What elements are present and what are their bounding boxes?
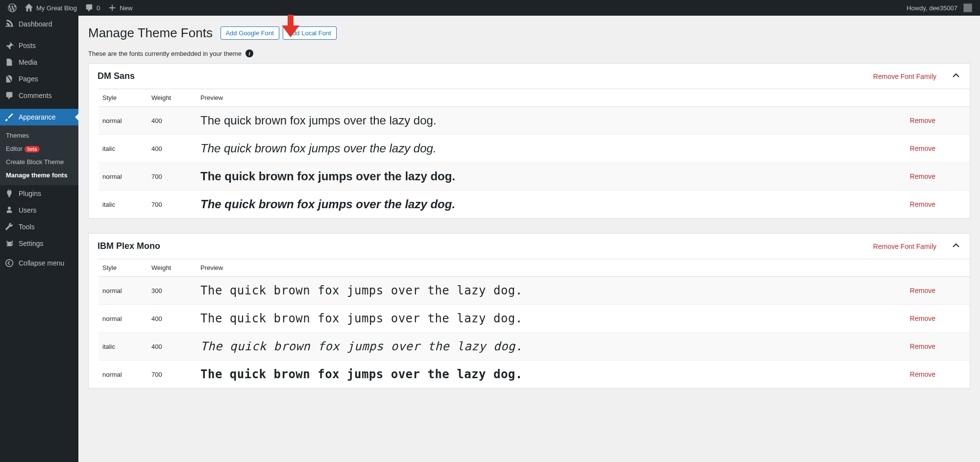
dashboard-icon [5,20,14,28]
wordpress-icon [8,3,17,12]
variant-row: normal 700 The quick brown fox jumps ove… [98,163,970,191]
variant-row: normal 300 The quick brown fox jumps ove… [98,277,970,305]
site-name: My Great Blog [36,4,77,12]
admin-bar: My Great Blog 0 New Howdy, dee35007 [0,0,980,16]
media-icon [5,58,14,67]
admin-sidebar: Dashboard Posts Media Pages Comments App… [0,16,78,462]
remove-variant-link[interactable]: Remove [910,172,935,180]
page-description: These are the fonts currently embedded i… [88,50,242,57]
submenu-create-block-theme[interactable]: Create Block Theme [0,155,78,169]
svg-point-0 [6,260,13,267]
submenu-manage-fonts[interactable]: Manage theme fonts [0,169,78,182]
variant-weight: 400 [147,107,196,135]
font-family-name: DM Sans [98,71,135,81]
remove-variant-link[interactable]: Remove [910,200,935,208]
variant-row: italic 400 The quick brown fox jumps ove… [98,333,970,361]
remove-variant-link[interactable]: Remove [910,287,935,294]
howdy-link[interactable]: Howdy, dee35007 [903,0,976,16]
pages-icon [5,74,14,83]
add-google-font-button[interactable]: Add Google Font [220,26,279,40]
menu-posts[interactable]: Posts [0,37,78,54]
chevron-up-icon [951,241,961,250]
remove-variant-link[interactable]: Remove [910,315,935,322]
variant-style: italic [98,333,147,361]
variant-weight: 400 [147,333,196,361]
variant-style: italic [98,191,147,219]
menu-comments[interactable]: Comments [0,87,78,104]
avatar [963,3,972,12]
wp-logo[interactable] [4,0,21,16]
menu-appearance[interactable]: Appearance [0,109,78,125]
submenu-editor[interactable]: Editorbeta [0,142,78,155]
plugin-icon [5,189,14,198]
info-icon[interactable]: i [245,49,253,57]
remove-variant-link[interactable]: Remove [910,117,935,124]
remove-variant-link[interactable]: Remove [910,370,935,378]
preview-text: The quick brown fox jumps over the lazy … [200,142,437,155]
preview-text: The quick brown fox jumps over the lazy … [200,284,523,297]
variant-weight: 700 [147,191,196,219]
preview-text: The quick brown fox jumps over the lazy … [200,340,523,353]
variant-style: normal [98,163,147,191]
comments-link[interactable]: 0 [81,0,104,16]
collapse-toggle[interactable] [951,241,961,252]
page-title: Manage Theme Fonts [88,25,213,41]
variant-style: italic [98,135,147,163]
variant-row: italic 700 The quick brown fox jumps ove… [98,191,970,219]
comments-count: 0 [97,4,100,12]
menu-plugins[interactable]: Plugins [0,185,78,202]
callout-arrow [282,15,299,39]
howdy-text: Howdy, dee35007 [906,4,957,12]
col-weight: Weight [147,259,196,277]
preview-text: The quick brown fox jumps over the lazy … [200,197,455,211]
comment-icon [85,3,94,12]
variant-row: normal 700 The quick brown fox jumps ove… [98,361,970,389]
collapse-icon [5,259,14,267]
variants-table: Style Weight Preview normal 400 The quic… [98,89,970,218]
variant-style: normal [98,361,147,389]
site-name-link[interactable]: My Great Blog [21,0,81,16]
wrench-icon [5,222,14,231]
variant-weight: 700 [147,361,196,389]
variant-row: normal 400 The quick brown fox jumps ove… [98,107,970,135]
appearance-submenu: Themes Editorbeta Create Block Theme Man… [0,125,78,185]
menu-settings[interactable]: Settings [0,235,78,252]
variant-weight: 400 [147,305,196,333]
sliders-icon [5,239,14,248]
variant-style: normal [98,305,147,333]
variant-weight: 300 [147,277,196,305]
menu-dashboard[interactable]: Dashboard [0,16,78,32]
remove-variant-link[interactable]: Remove [910,342,935,350]
variant-weight: 700 [147,163,196,191]
home-icon [24,3,33,12]
remove-variant-link[interactable]: Remove [910,145,935,152]
col-style: Style [98,259,147,277]
font-family-card: DM Sans Remove Font Family Style Weight … [88,63,970,219]
col-preview: Preview [196,259,906,277]
menu-media[interactable]: Media [0,54,78,71]
user-icon [5,206,14,215]
variants-table: Style Weight Preview normal 300 The quic… [98,259,970,388]
pin-icon [5,41,14,50]
preview-text: The quick brown fox jumps over the lazy … [200,114,437,127]
variant-style: normal [98,277,147,305]
menu-users[interactable]: Users [0,202,78,219]
new-label: New [120,4,132,12]
new-link[interactable]: New [104,0,136,16]
preview-text: The quick brown fox jumps over the lazy … [200,367,523,381]
variant-row: italic 400 The quick brown fox jumps ove… [98,135,970,163]
menu-tools[interactable]: Tools [0,219,78,235]
brush-icon [5,113,14,122]
plus-icon [108,3,117,12]
main-content: Manage Theme Fonts Add Google Font Add L… [78,16,980,462]
remove-font-family-link[interactable]: Remove Font Family [873,73,936,80]
comments-icon [5,91,14,100]
collapse-toggle[interactable] [951,71,961,82]
submenu-themes[interactable]: Themes [0,129,78,142]
preview-text: The quick brown fox jumps over the lazy … [200,312,523,325]
menu-pages[interactable]: Pages [0,71,78,87]
collapse-menu[interactable]: Collapse menu [0,255,78,271]
remove-font-family-link[interactable]: Remove Font Family [873,243,936,250]
col-weight: Weight [147,89,196,107]
col-style: Style [98,89,147,107]
